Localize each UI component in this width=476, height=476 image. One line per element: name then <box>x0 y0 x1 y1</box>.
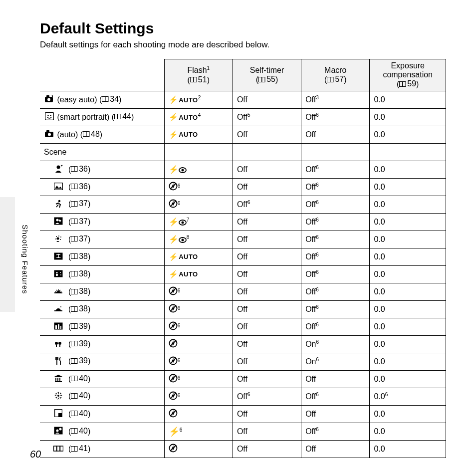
svg-rect-77 <box>71 324 74 329</box>
svg-rect-28 <box>54 183 63 190</box>
table-row: (36)6OffOff60.0 <box>40 178 446 196</box>
svg-rect-24 <box>71 167 74 172</box>
svg-rect-41 <box>74 219 77 224</box>
macro-cell: Off6 <box>301 388 370 405</box>
selftimer-cell: Off <box>233 405 301 423</box>
macro-cell: Off6 <box>301 248 370 265</box>
selftimer-cell: Off <box>233 300 301 318</box>
flash-cell: ⚡8 <box>164 231 233 248</box>
macro-cell: On6 <box>301 353 370 370</box>
svg-rect-116 <box>54 446 57 451</box>
svg-rect-56 <box>74 254 77 259</box>
svg-rect-17 <box>118 114 121 119</box>
svg-point-14 <box>47 115 48 116</box>
svg-point-15 <box>50 115 51 116</box>
svg-point-33 <box>58 200 60 202</box>
svg-rect-21 <box>83 132 86 137</box>
flash-cell: ⚡AUTO4 <box>164 108 233 126</box>
svg-point-49 <box>57 238 59 240</box>
mode-cell: (38) <box>40 265 164 283</box>
exposure-cell: 0.0 <box>370 283 446 300</box>
table-row: (smart portrait) (44)⚡AUTO4Off5Off60.0 <box>40 108 446 126</box>
svg-rect-106 <box>58 413 62 417</box>
table-row: Scene <box>40 143 446 161</box>
svg-point-81 <box>55 342 58 345</box>
selftimer-cell: Off <box>233 161 301 178</box>
svg-rect-50 <box>71 237 74 241</box>
selftimer-cell: Off <box>233 91 301 108</box>
flash-cell: ⚡AUTO <box>164 265 233 283</box>
mode-cell: (auto) (48) <box>40 126 164 143</box>
mode-label: (auto) ( <box>55 130 83 138</box>
night-landscape-icon <box>53 322 64 331</box>
svg-rect-6 <box>400 81 403 86</box>
flash-cell: 6 <box>164 370 233 388</box>
svg-rect-118 <box>60 446 63 451</box>
table-row: (38)⚡AUTOOffOff60.0 <box>40 248 446 265</box>
exposure-cell: 0.0 <box>370 161 446 178</box>
svg-point-59 <box>56 272 57 273</box>
svg-rect-64 <box>71 289 74 294</box>
svg-rect-94 <box>59 378 60 381</box>
snow-icon <box>53 270 64 279</box>
svg-point-48 <box>60 239 61 240</box>
flash-cell: 6 <box>164 300 233 318</box>
mode-cell: (39) <box>40 318 164 335</box>
header-exposure: Exposure compensation (59) <box>370 59 446 91</box>
selftimer-cell: Off <box>233 353 301 370</box>
table-row: (37)⚡8OffOff60.0 <box>40 231 446 248</box>
table-row: (38)⚡AUTOOffOff60.0 <box>40 265 446 283</box>
svg-rect-5 <box>330 77 333 82</box>
svg-rect-83 <box>71 341 74 346</box>
flash-cell <box>164 405 233 423</box>
svg-rect-7 <box>403 81 406 86</box>
svg-point-44 <box>56 236 57 237</box>
table-row: (39)OffOn60.0 <box>40 335 446 353</box>
smart-portrait-icon <box>44 112 55 122</box>
exposure-cell: 0.0 <box>370 108 446 126</box>
selftimer-cell: Off <box>233 213 301 231</box>
svg-rect-78 <box>74 324 77 329</box>
svg-point-43 <box>181 221 184 224</box>
closeup-icon <box>53 340 64 349</box>
table-row: (41)OffOff0.0 <box>40 440 446 458</box>
mode-cell: (37) <box>40 213 164 231</box>
mode-cell: (40) <box>40 388 164 405</box>
exposure-cell: 0.0 <box>370 318 446 335</box>
mode-cell: (40) <box>40 405 164 423</box>
svg-point-113 <box>56 430 59 432</box>
svg-rect-19 <box>46 130 49 132</box>
exposure-cell: 0.0 <box>370 248 446 265</box>
selftimer-cell: Off <box>233 265 301 283</box>
mode-cell: (40) <box>40 423 164 440</box>
macro-cell: Off6 <box>301 300 370 318</box>
selftimer-cell: Off6 <box>233 196 301 213</box>
mode-cell: (41) <box>40 440 164 458</box>
svg-rect-63 <box>74 271 77 276</box>
auto-icon <box>44 130 55 139</box>
svg-rect-75 <box>58 324 59 329</box>
mode-cell: (36) <box>40 178 164 196</box>
macro-cell: Off <box>301 126 370 143</box>
svg-point-23 <box>56 166 60 169</box>
svg-point-68 <box>60 306 61 307</box>
svg-point-47 <box>55 238 56 239</box>
settings-table: Flash1 (51) Self-timer (55) Macro (57) E… <box>40 59 446 458</box>
selftimer-cell: Off <box>233 178 301 196</box>
svg-point-10 <box>47 98 50 101</box>
night-portrait-icon <box>53 217 64 227</box>
macro-cell: Off3 <box>301 91 370 108</box>
mode-cell: (39) <box>40 335 164 353</box>
selftimer-cell: Off <box>233 283 301 300</box>
svg-point-53 <box>181 238 184 241</box>
svg-rect-9 <box>46 95 49 97</box>
svg-rect-25 <box>74 167 77 172</box>
svg-point-60 <box>60 272 61 273</box>
mode-cell: (36) <box>40 161 164 178</box>
exposure-cell: 0.0 <box>370 178 446 196</box>
svg-rect-120 <box>74 446 77 451</box>
flash-cell <box>164 335 233 353</box>
exposure-cell: 0.0 <box>370 91 446 108</box>
svg-rect-92 <box>55 378 56 381</box>
selftimer-cell: Off <box>233 318 301 335</box>
